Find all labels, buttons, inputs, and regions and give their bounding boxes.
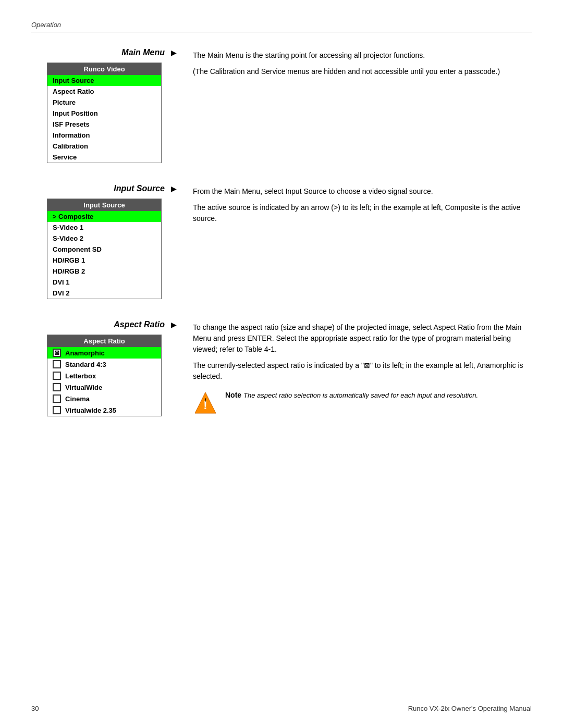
aspect-ratio-section: Aspect Ratio Aspect Ratio ⊠ Anamorphic S… xyxy=(31,320,532,416)
main-menu-item-picture[interactable]: Picture xyxy=(47,97,161,108)
input-source-desc2: The active source is indicated by an arr… xyxy=(193,202,532,224)
aspect-ratio-desc2: The currently-selected aspect ratio is i… xyxy=(193,360,532,382)
main-menu-item-aspect-ratio[interactable]: Aspect Ratio xyxy=(47,86,161,97)
input-source-item-dvi2[interactable]: DVI 2 xyxy=(47,288,161,299)
input-source-item-svideo2[interactable]: S-Video 2 xyxy=(47,233,161,244)
note-content: Note The aspect ratio selection is autom… xyxy=(225,390,478,401)
input-source-section: Input Source Input Source > Composite S-… xyxy=(31,184,532,299)
input-source-item-dvi1[interactable]: DVI 1 xyxy=(47,277,161,288)
main-menu-item-input-position[interactable]: Input Position xyxy=(47,108,161,119)
input-source-item-component-sd[interactable]: Component SD xyxy=(47,244,161,255)
aspect-ratio-desc1: To change the aspect ratio (size and sha… xyxy=(193,322,532,355)
input-source-item-hdrgb2[interactable]: HD/RGB 2 xyxy=(47,266,161,277)
input-source-item-hdrgb1[interactable]: HD/RGB 1 xyxy=(47,255,161,266)
checkbox-anamorphic[interactable]: ⊠ xyxy=(53,349,61,357)
main-menu-right: The Main Menu is the starting point for … xyxy=(193,48,532,163)
main-menu-left: Main Menu Runco Video Input Source Aspec… xyxy=(31,48,177,163)
footer-manual-title: Runco VX-2ix Owner's Operating Manual xyxy=(408,705,532,712)
input-source-right: From the Main Menu, select Input Source … xyxy=(193,184,532,299)
page-footer: 30 Runco VX-2ix Owner's Operating Manual xyxy=(31,705,532,712)
input-source-item-svideo1[interactable]: S-Video 1 xyxy=(47,222,161,233)
aspect-ratio-item-anamorphic[interactable]: ⊠ Anamorphic xyxy=(47,347,161,359)
main-menu-item-information[interactable]: Information xyxy=(47,130,161,141)
aspect-ratio-left: Aspect Ratio Aspect Ratio ⊠ Anamorphic S… xyxy=(31,320,177,416)
note-label: Note xyxy=(225,391,241,399)
aspect-ratio-item-standard43[interactable]: Standard 4:3 xyxy=(47,359,161,370)
checkbox-virtualwide[interactable] xyxy=(53,383,61,391)
main-menu-item-calibration[interactable]: Calibration xyxy=(47,141,161,152)
input-source-item-composite[interactable]: > Composite xyxy=(47,211,161,222)
aspect-ratio-item-virtualwide235[interactable]: Virtualwide 2.35 xyxy=(47,404,161,416)
input-source-menu-header: Input Source xyxy=(47,199,161,211)
input-source-left: Input Source Input Source > Composite S-… xyxy=(31,184,177,299)
main-menu-heading: Main Menu xyxy=(31,48,177,57)
aspect-ratio-right: To change the aspect ratio (size and sha… xyxy=(193,320,532,416)
checkbox-cinema[interactable] xyxy=(53,394,61,403)
footer-page-number: 30 xyxy=(31,705,39,712)
operation-label: Operation xyxy=(31,21,532,29)
aspect-ratio-item-cinema[interactable]: Cinema xyxy=(47,393,161,404)
main-menu-desc1: The Main Menu is the starting point for … xyxy=(193,50,532,61)
main-menu-box: Runco Video Input Source Aspect Ratio Pi… xyxy=(47,63,162,163)
input-source-menu-box: Input Source > Composite S-Video 1 S-Vid… xyxy=(47,199,162,299)
aspect-ratio-menu-box: Aspect Ratio ⊠ Anamorphic Standard 4:3 L… xyxy=(47,335,162,416)
checkbox-standard43[interactable] xyxy=(53,360,61,368)
input-source-desc1: From the Main Menu, select Input Source … xyxy=(193,186,532,197)
main-menu-item-isf-presets[interactable]: ISF Presets xyxy=(47,119,161,130)
checkbox-letterbox[interactable] xyxy=(53,372,61,380)
main-menu-desc2: (The Calibration and Service menus are h… xyxy=(193,66,532,77)
main-menu-header: Runco Video xyxy=(47,63,161,75)
aspect-ratio-heading: Aspect Ratio xyxy=(31,320,177,329)
main-menu-item-input-source[interactable]: Input Source xyxy=(47,75,161,86)
input-source-heading: Input Source xyxy=(31,184,177,193)
main-menu-section: Main Menu Runco Video Input Source Aspec… xyxy=(31,48,532,163)
checkbox-virtualwide235[interactable] xyxy=(53,406,61,414)
aspect-ratio-item-virtualwide[interactable]: VirtualWide xyxy=(47,381,161,393)
note-box: ! i Note The aspect ratio selection is a… xyxy=(193,390,532,415)
note-warning-icon: ! i xyxy=(193,390,218,415)
aspect-ratio-item-letterbox[interactable]: Letterbox xyxy=(47,370,161,381)
aspect-ratio-menu-header: Aspect Ratio xyxy=(47,335,161,347)
active-arrow-icon: > xyxy=(53,213,56,220)
main-menu-item-service[interactable]: Service xyxy=(47,152,161,163)
note-text: The aspect ratio selection is automatica… xyxy=(243,389,478,399)
